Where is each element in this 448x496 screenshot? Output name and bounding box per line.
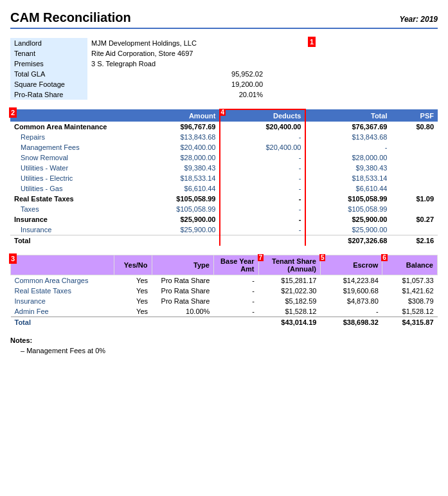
cam-sub-cell: Management Fees <box>10 142 134 152</box>
rec-col-yesno: Yes/No <box>114 255 152 275</box>
cam-sub-cell: $18,533.14 <box>305 173 391 183</box>
cam-category-cell: - <box>220 214 305 225</box>
cam-sub-row: Management Fees$20,400.00$20,400.00- <box>10 142 438 152</box>
cam-sub-cell <box>391 142 438 152</box>
rec-col-type: Type <box>152 255 213 275</box>
info-label: Landlord <box>10 38 87 48</box>
cam-category-cell: $20,400.00 <box>220 122 305 132</box>
rec-total-cell: $4,315.87 <box>382 317 438 328</box>
info-value: 20.01% <box>87 89 267 100</box>
cam-category-row: Common Area Maintenance$96,767.69$20,400… <box>10 122 438 132</box>
rec-cell: Pro Rata Share <box>152 296 213 306</box>
cam-sub-cell: $13,843.68 <box>134 132 220 142</box>
info-value: Rite Aid Corporation, Store 4697 <box>87 48 267 59</box>
rec-cell: $1,528.12 <box>382 306 438 317</box>
info-row: TenantRite Aid Corporation, Store 4697 <box>10 48 267 59</box>
rec-total-row: Total$43,014.19$38,698.32$4,315.87 <box>11 317 438 328</box>
cam-sub-cell: - <box>220 173 305 183</box>
cam-sub-cell <box>391 183 438 194</box>
rec-cell: Yes <box>114 296 152 306</box>
rec-cell: Real Estate Taxes <box>11 286 114 296</box>
cam-sub-cell <box>391 132 438 142</box>
rec-cell: Pro Rata Share <box>152 286 213 296</box>
rec-cell: 10.00% <box>152 306 213 317</box>
section-6-label: 6 <box>381 254 388 261</box>
rec-col-label <box>11 255 114 275</box>
cam-sub-cell: - <box>220 163 305 173</box>
rec-total-cell <box>152 317 213 328</box>
notes-section: Notes: – Management Fees at 0% <box>10 336 438 354</box>
rec-total-cell <box>114 317 152 328</box>
cam-sub-cell <box>391 152 438 163</box>
rec-cell: - <box>213 306 258 317</box>
cam-category-cell: $0.27 <box>391 214 438 225</box>
rec-total-cell: Total <box>11 317 114 328</box>
cam-sub-cell: - <box>220 183 305 194</box>
page-title: CAM Reconciliation <box>10 10 131 25</box>
cam-category-cell: $105,058.99 <box>134 194 220 204</box>
rec-col-base: Base Year Amt <box>213 255 258 275</box>
rec-cell: - <box>213 296 258 306</box>
page-header: CAM Reconciliation Year: 2019 <box>10 10 438 29</box>
cam-category-cell: $96,767.69 <box>134 122 220 132</box>
cam-sub-cell: Taxes <box>10 204 134 214</box>
rec-cell: Yes <box>114 275 152 286</box>
rec-cell: $1,421.62 <box>382 286 438 296</box>
cam-sub-cell: $9,380.43 <box>305 163 391 173</box>
rec-header-row: Yes/No Type Base Year Amt 7 Tenant Share… <box>11 255 438 275</box>
cam-total-cell: Total <box>10 235 134 246</box>
cam-category-cell: $76,367.69 <box>305 122 391 132</box>
cam-category-cell: $1.09 <box>391 194 438 204</box>
cam-col-amount: Amount <box>134 109 220 122</box>
rec-cell: $1,057.33 <box>382 275 438 286</box>
info-value: 3 S. Telegraph Road <box>87 59 267 69</box>
year-label: Year: 2019 <box>399 15 438 24</box>
info-row: Total GLA95,952.02 <box>10 69 267 79</box>
cam-col-total: Total <box>305 109 391 122</box>
cam-total-row: Total$207,326.68$2.16 <box>10 235 438 246</box>
cam-sub-row: Snow Removal$28,000.00-$28,000.00 <box>10 152 438 163</box>
cam-sub-cell: Insurance <box>10 225 134 235</box>
cam-category-row: Real Estate Taxes$105,058.99-$105,058.99… <box>10 194 438 204</box>
cam-sub-cell: $105,058.99 <box>305 204 391 214</box>
cam-sub-cell: $6,610.44 <box>305 183 391 194</box>
cam-category-row: Insurance$25,900.00-$25,900.00$0.27 <box>10 214 438 225</box>
cam-total-cell <box>134 235 220 246</box>
info-label: Tenant <box>10 48 87 59</box>
rec-cell: $5,182.59 <box>258 296 320 306</box>
cam-col-category <box>10 109 134 122</box>
cam-total-cell <box>220 235 305 246</box>
cam-col-psf: PSF <box>391 109 438 122</box>
info-section: 1 LandlordMJM Development Holdings, LLCT… <box>10 38 438 100</box>
cam-sub-cell: - <box>220 152 305 163</box>
cam-sub-cell <box>391 163 438 173</box>
rec-cell: $21,022.30 <box>258 286 320 296</box>
cam-sub-cell <box>391 204 438 214</box>
cam-sub-cell: $20,400.00 <box>220 142 305 152</box>
notes-label: Notes: <box>10 336 438 344</box>
cam-sub-cell: $9,380.43 <box>134 163 220 173</box>
rec-total-cell: $43,014.19 <box>258 317 320 328</box>
cam-sub-row: Utilities - Electric$18,533.14-$18,533.1… <box>10 173 438 183</box>
section-5-label: 5 <box>319 254 326 261</box>
info-value: 95,952.02 <box>87 69 267 79</box>
info-label: Total GLA <box>10 69 87 79</box>
cam-sub-cell: Snow Removal <box>10 152 134 163</box>
cam-category-cell: Real Estate Taxes <box>10 194 134 204</box>
info-value: 19,200.00 <box>87 79 267 89</box>
section-1-label: 1 <box>308 37 316 47</box>
cam-sub-row: Utilities - Gas$6,610.44-$6,610.44 <box>10 183 438 194</box>
cam-sub-cell: - <box>305 142 391 152</box>
cam-sub-row: Utilities - Water$9,380.43-$9,380.43 <box>10 163 438 173</box>
info-label: Premises <box>10 59 87 69</box>
note-item: – Management Fees at 0% <box>21 347 438 354</box>
rec-cell: - <box>320 306 382 317</box>
cam-sub-cell: $13,843.68 <box>305 132 391 142</box>
cam-sub-cell: Repairs <box>10 132 134 142</box>
rec-cell: Yes <box>114 306 152 317</box>
info-row: Premises3 S. Telegraph Road <box>10 59 267 69</box>
rec-cell: Admin Fee <box>11 306 114 317</box>
info-row: Square Footage19,200.00 <box>10 79 267 89</box>
rec-col-tenant: 7 Tenant Share (Annual) <box>258 255 320 275</box>
info-label: Square Footage <box>10 79 87 89</box>
